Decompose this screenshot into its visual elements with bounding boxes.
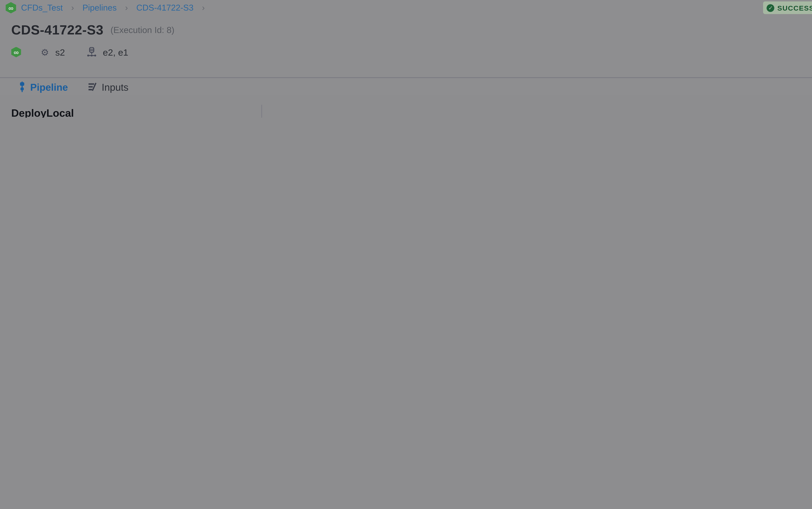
- harness-cd-logo-icon: ∞: [6, 2, 16, 13]
- page-header: ∞ CFDs_Test › Pipelines › CDS-41722-S3 ›…: [0, 0, 812, 77]
- environment-chip[interactable]: e2, e1: [103, 47, 128, 57]
- environment-icon: [87, 47, 97, 57]
- harness-execution-page: ∞ CFDs_Test › Pipelines › CDS-41722-S3 ›…: [0, 0, 812, 118]
- breadcrumb-separator: ›: [71, 3, 74, 13]
- service-gear-icon: ⚙: [41, 47, 49, 57]
- execution-id: (Execution Id: 8): [110, 25, 175, 35]
- cd-module-icon: ∞: [11, 47, 21, 57]
- tab-bar: Pipeline Inputs Console View: [0, 77, 812, 96]
- pipeline-icon: [18, 81, 26, 92]
- breadcrumb-separator: ›: [202, 3, 205, 13]
- breadcrumb-project[interactable]: CFDs_Test: [21, 3, 63, 13]
- status-check-icon: ✓: [767, 4, 775, 12]
- tab-pipeline[interactable]: Pipeline: [18, 78, 68, 96]
- stage-divider: [261, 105, 262, 118]
- breadcrumb-separator: ›: [125, 3, 128, 13]
- inputs-icon: [87, 82, 98, 91]
- service-chip[interactable]: s2: [55, 47, 65, 57]
- breadcrumb-pipeline-name[interactable]: CDS-41722-S3: [137, 3, 193, 13]
- status-text: SUCCESS: [777, 4, 812, 12]
- page-title: CDS-41722-S3: [11, 23, 104, 38]
- breadcrumb-pipelines[interactable]: Pipelines: [82, 3, 117, 13]
- stage-name: DeployLocal: [11, 107, 74, 118]
- status-badge: ✓ SUCCESS: [763, 1, 812, 14]
- stage-summary-band: DeployLocal Started at: 15/09/2022, 16:0…: [0, 96, 812, 118]
- tab-inputs[interactable]: Inputs: [87, 78, 128, 96]
